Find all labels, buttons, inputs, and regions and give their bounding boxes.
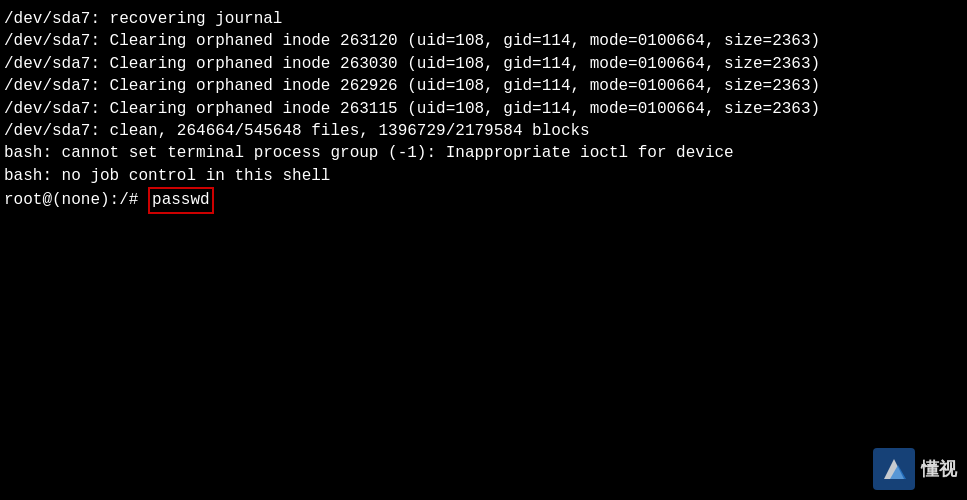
terminal-window: /dev/sda7: recovering journal /dev/sda7:…	[0, 0, 967, 500]
watermark-label: 懂视	[921, 457, 957, 481]
watermark-text-container: 懂视	[921, 457, 957, 481]
terminal-line-2: /dev/sda7: Clearing orphaned inode 26312…	[4, 30, 963, 52]
watermark-icon	[876, 451, 912, 487]
terminal-line-6: /dev/sda7: clean, 264664/545648 files, 1…	[4, 120, 963, 142]
terminal-line-7: bash: cannot set terminal process group …	[4, 142, 963, 164]
terminal-line-3: /dev/sda7: Clearing orphaned inode 26303…	[4, 53, 963, 75]
command-text: passwd	[148, 187, 214, 213]
terminal-line-4: /dev/sda7: Clearing orphaned inode 26292…	[4, 75, 963, 97]
terminal-prompt-line[interactable]: root@(none):/# passwd	[4, 187, 963, 213]
terminal-line-5: /dev/sda7: Clearing orphaned inode 26311…	[4, 98, 963, 120]
prompt-text: root@(none):/#	[4, 189, 148, 211]
terminal-line-8: bash: no job control in this shell	[4, 165, 963, 187]
watermark: 懂视	[873, 448, 957, 490]
terminal-line-1: /dev/sda7: recovering journal	[4, 8, 963, 30]
watermark-logo	[873, 448, 915, 490]
